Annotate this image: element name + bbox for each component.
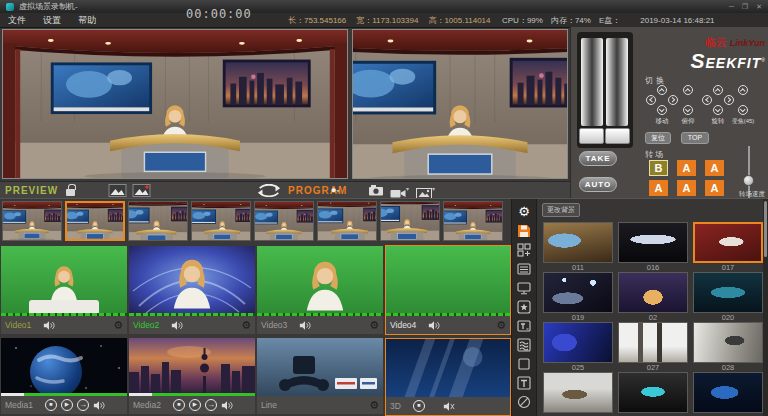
take-button[interactable]: TAKE — [579, 151, 617, 166]
gear-icon[interactable]: ⚙ — [241, 320, 251, 331]
camera-angle-thumb-3[interactable] — [128, 201, 188, 241]
3d-thumbnail[interactable] — [386, 339, 510, 397]
maximize-icon[interactable]: ❐ — [742, 0, 748, 13]
move-up-icon[interactable] — [657, 85, 667, 95]
transition-button-a2[interactable]: A — [705, 160, 724, 176]
source-panel-media1[interactable]: Media1 ■ ▶ → — [1, 338, 127, 414]
camera-angle-thumb-2-selected[interactable] — [65, 201, 125, 241]
toolbar-disable-button[interactable] — [514, 394, 534, 409]
speaker-icon[interactable] — [221, 401, 233, 410]
picture-icon[interactable]: ▾ — [416, 185, 438, 196]
move-down-icon[interactable] — [657, 105, 667, 115]
snapshot-icon[interactable] — [108, 184, 127, 197]
camcorder-icon[interactable]: ▾ — [390, 185, 412, 196]
move-left-icon[interactable] — [646, 95, 656, 105]
scene-item-019[interactable]: 019 — [543, 272, 613, 322]
t-bar-fader[interactable] — [577, 32, 633, 148]
toolbar-frame-button[interactable] — [514, 356, 534, 371]
video3-thumbnail[interactable] — [257, 246, 383, 316]
camera-icon[interactable] — [368, 185, 384, 196]
scene-item-020[interactable]: 020 — [693, 272, 763, 322]
swap-transition-icon[interactable] — [253, 184, 285, 197]
next-icon[interactable]: → — [205, 399, 217, 411]
scene-item-011[interactable]: 011 — [543, 222, 613, 272]
menu-help[interactable]: 帮助 — [78, 14, 96, 27]
toolbar-subtitle-button[interactable] — [514, 318, 534, 333]
camera-angle-thumb-6[interactable] — [317, 201, 377, 241]
transition-button-a3[interactable]: A — [649, 180, 668, 196]
source-panel-video3[interactable]: Video3 ⚙ — [257, 246, 383, 334]
source-panel-3d[interactable]: 3D ■ — [385, 338, 511, 416]
stop-icon[interactable]: ■ — [173, 399, 185, 411]
snapshot-add-icon[interactable] — [132, 184, 151, 197]
lock-icon[interactable] — [66, 189, 75, 196]
scene-item-02[interactable]: 02 — [618, 272, 688, 322]
camera-angle-thumb-8[interactable] — [443, 201, 503, 241]
toolbar-list-button[interactable] — [514, 261, 534, 276]
scene-item-025[interactable]: 025 — [543, 322, 613, 372]
toolbar-save-button[interactable] — [514, 223, 534, 238]
speaker-muted-icon[interactable] — [443, 402, 455, 411]
line-thumbnail[interactable] — [257, 338, 383, 396]
source-panel-video4[interactable]: Video4 ⚙ — [385, 245, 511, 335]
scene-item-016[interactable]: 016 — [618, 222, 688, 272]
minimize-icon[interactable]: ─ — [729, 0, 734, 13]
speaker-icon[interactable] — [428, 321, 440, 330]
transition-button-a4[interactable]: A — [677, 180, 696, 196]
camera-angle-thumb-1[interactable] — [2, 201, 62, 241]
source-panel-media2[interactable]: Media2 ■ ▶ → — [129, 338, 255, 414]
scene-scrollbar-thumb[interactable] — [764, 201, 767, 257]
speaker-icon[interactable] — [43, 321, 55, 330]
rotate-up-icon[interactable] — [713, 85, 723, 95]
t-bar-handle-right[interactable] — [605, 128, 630, 144]
gear-icon[interactable]: ⚙ — [369, 320, 379, 331]
reset-button[interactable]: 复位 — [645, 132, 671, 144]
speaker-icon[interactable] — [93, 401, 105, 410]
scene-item[interactable] — [618, 372, 688, 416]
camera-angle-thumb-5[interactable] — [254, 201, 314, 241]
rotate-right-icon[interactable] — [724, 95, 734, 105]
rotate-left-icon[interactable] — [702, 95, 712, 105]
gear-icon[interactable]: ⚙ — [113, 320, 123, 331]
play-icon[interactable]: ▶ — [61, 399, 73, 411]
auto-button[interactable]: AUTO — [579, 177, 617, 192]
next-icon[interactable]: → — [77, 399, 89, 411]
toolbar-settings-button[interactable]: ⚙ — [514, 204, 534, 219]
media2-thumbnail[interactable] — [129, 338, 255, 396]
speed-slider-handle[interactable] — [743, 175, 754, 186]
stop-icon[interactable]: ■ — [45, 399, 57, 411]
video2-thumbnail[interactable] — [129, 246, 255, 316]
scene-item[interactable] — [543, 372, 613, 416]
toolbar-monitor-button[interactable] — [514, 280, 534, 295]
zoom-in-icon[interactable] — [738, 85, 748, 95]
scene-item[interactable] — [693, 372, 763, 416]
scene-item-028[interactable]: 028 — [693, 322, 763, 372]
source-panel-video2[interactable]: Video2 ⚙ — [129, 246, 255, 334]
video1-thumbnail[interactable] — [1, 246, 127, 316]
video4-thumbnail[interactable] — [386, 246, 510, 316]
preview-monitor[interactable] — [2, 29, 348, 179]
camera-angle-thumb-4[interactable] — [191, 201, 251, 241]
zoom-out-icon[interactable] — [738, 105, 748, 115]
tilt-up-icon[interactable] — [683, 85, 693, 95]
gear-icon[interactable]: ⚙ — [496, 320, 506, 331]
toolbar-effects-button[interactable] — [514, 299, 534, 314]
move-right-icon[interactable] — [668, 95, 678, 105]
scene-item-027[interactable]: 027 — [618, 322, 688, 372]
toolbar-layers-button[interactable] — [514, 337, 534, 352]
media1-thumbnail[interactable] — [1, 338, 127, 396]
transition-button-b[interactable]: B — [649, 160, 668, 176]
source-panel-video1[interactable]: Video1 ⚙ — [1, 246, 127, 334]
menu-file[interactable]: 文件 — [8, 14, 26, 27]
menu-settings[interactable]: 设置 — [43, 14, 61, 27]
scene-item-017-selected[interactable]: 017 — [693, 222, 763, 272]
toolbar-layout-button[interactable] — [514, 242, 534, 257]
rotate-down-icon[interactable] — [713, 105, 723, 115]
change-background-tab[interactable]: 更改背景 — [542, 203, 580, 217]
top-button[interactable]: TOP — [681, 132, 709, 144]
source-panel-line[interactable]: Line ⚙ — [257, 338, 383, 414]
transition-button-a1[interactable]: A — [677, 160, 696, 176]
stop-icon[interactable]: ■ — [413, 400, 425, 412]
record-icon[interactable]: ●▾ — [331, 184, 339, 198]
program-monitor[interactable] — [352, 29, 568, 179]
